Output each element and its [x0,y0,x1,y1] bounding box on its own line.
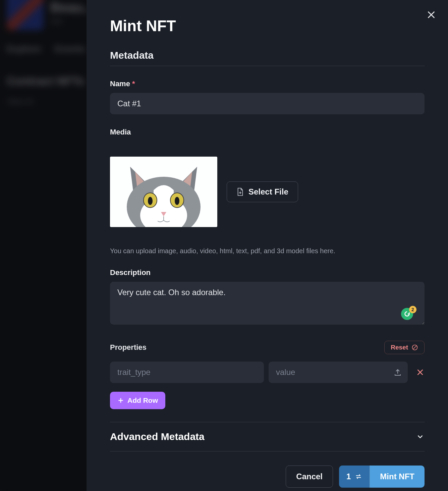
modal-title: Mint NFT [110,17,425,35]
modal-footer: Cancel 1 Mint NFT [110,466,425,488]
trait-type-input[interactable] [110,362,264,383]
description-input[interactable] [110,282,425,325]
upload-icon[interactable] [394,368,402,376]
chevron-down-icon [416,432,425,441]
media-hint: You can upload image, audio, video, html… [110,247,425,255]
advanced-metadata-label: Advanced Metadata [110,431,205,442]
svg-point-4 [148,197,153,205]
quantity-value: 1 [346,472,351,481]
swap-icon [355,473,362,480]
add-row-label: Add Row [127,396,158,404]
mint-label: Mint NFT [380,472,414,481]
media-preview[interactable] [110,157,217,227]
media-label-text: Media [110,128,131,137]
mint-button[interactable]: Mint NFT [370,466,425,488]
advanced-metadata-toggle[interactable]: Advanced Metadata [110,422,425,451]
media-label: Media [110,128,425,137]
file-plus-icon [236,187,244,196]
close-button[interactable] [425,8,438,21]
name-input[interactable] [110,93,425,114]
close-icon [426,9,437,20]
quantity-button[interactable]: 1 [339,466,370,488]
reset-button[interactable]: Reset [384,341,425,354]
name-label: Name * [110,79,425,88]
properties-label: Properties [110,343,147,352]
required-asterisk: * [132,79,135,88]
cat-image [110,157,217,227]
prohibit-icon [411,344,418,351]
description-label-text: Description [110,268,151,277]
add-row-button[interactable]: Add Row [110,392,165,409]
cancel-button[interactable]: Cancel [286,466,333,488]
property-row [110,362,425,383]
grammarly-widget[interactable]: 2 [401,308,414,321]
description-label: Description [110,268,425,277]
divider [110,66,425,66]
section-heading-metadata: Metadata [110,50,425,61]
remove-row-button[interactable] [416,368,425,377]
cancel-label: Cancel [296,472,323,481]
grammarly-count-badge: 2 [409,306,416,313]
select-file-button[interactable]: Select File [227,181,298,202]
plus-icon [117,397,124,404]
select-file-label: Select File [248,187,288,197]
name-label-text: Name [110,79,130,88]
mint-nft-modal: Mint NFT Metadata Name * Media [87,0,448,491]
trait-value-input[interactable] [269,362,408,383]
mint-button-group: 1 Mint NFT [339,466,425,488]
reset-label: Reset [391,344,408,351]
svg-point-6 [175,197,179,205]
